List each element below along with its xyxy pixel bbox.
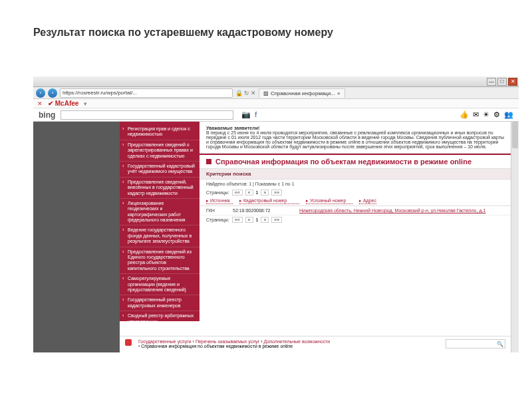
bc-link[interactable]: Государственные услуги — [138, 339, 192, 344]
facebook-icon[interactable]: f — [255, 110, 257, 119]
cell-source: ГКН — [206, 208, 226, 213]
cell-cadnum: 52:18:0020088:72 — [233, 208, 293, 213]
sidebar-item[interactable]: Предоставление сведений из Единого госуд… — [120, 247, 200, 275]
notice-text: В период с 25 июня по 4 июля проводятся … — [206, 130, 504, 149]
col-addr[interactable]: ▸ Адрес — [359, 198, 376, 204]
address-bar: ‹ › https://rosreestr.ru/wps/portal/... … — [33, 87, 519, 99]
section-header: Справочная информация по объектам недвиж… — [200, 154, 511, 168]
col-cadnum[interactable]: ▸ Кадастровый номер — [239, 198, 299, 204]
like-icon[interactable]: 👍 — [460, 110, 469, 119]
sidebar-item[interactable]: Саморегулируемые организации (ведение и … — [120, 274, 200, 295]
window-titlebar: — □ ✕ — [33, 76, 519, 87]
browser-tab[interactable]: ▧ Справочная информаци... × — [259, 88, 345, 98]
main-content: Уважаемые заявители! В период с 25 июня … — [200, 122, 511, 321]
refresh-icon[interactable]: ↻ — [244, 90, 249, 96]
col-source[interactable]: ▸ Источник — [206, 198, 233, 204]
pager-next[interactable]: » — [261, 217, 269, 223]
pager-current: 1 — [256, 217, 259, 222]
vertical-scrollbar[interactable] — [511, 122, 519, 352]
gear-icon[interactable]: ⚙ — [493, 110, 500, 119]
pager-prev[interactable]: « — [245, 217, 253, 223]
mcafee-toolbar: ✕ ✔ McAfee ▾ — [33, 99, 519, 108]
bing-logo: bing — [39, 110, 55, 120]
sidebar-item[interactable]: Государственный кадастровый учёт недвижи… — [120, 162, 200, 178]
forward-button[interactable]: › — [48, 88, 57, 98]
tab-close-icon[interactable]: × — [337, 90, 340, 96]
bc-link[interactable]: Перечень оказываемых услуг — [196, 339, 259, 344]
mail-icon[interactable]: ✉ — [473, 110, 479, 119]
pager-top: Страницы: «« « 1 » »» — [200, 188, 511, 197]
browser-screenshot: — □ ✕ ‹ › https://rosreestr.ru/wps/porta… — [33, 76, 519, 352]
notice-box: Уважаемые заявители! В период с 25 июня … — [200, 122, 511, 154]
pager-last[interactable]: »» — [271, 190, 282, 196]
sidebar-item[interactable]: Лицензирование геодезических и картограф… — [120, 199, 200, 226]
criteria-bar[interactable]: Критерии поиска — [200, 168, 511, 180]
cell-address[interactable]: Нижегородская область, Нижний Новгород, … — [299, 208, 504, 213]
toolbar-close-icon[interactable]: ✕ — [37, 100, 43, 107]
breadcrumb-search[interactable] — [446, 339, 505, 348]
tab-title: Справочная информаци... — [271, 90, 335, 96]
result-count: Найдено объектов: 1 | Показаны с 1 по 1 — [200, 180, 511, 188]
bing-toolbar: bing 📷 f 👍 ✉ ☀ ⚙ 👥 — [33, 108, 519, 122]
service-icon — [125, 339, 132, 346]
col-cond[interactable]: ▸ Условный номер — [306, 198, 352, 204]
sidebar-item[interactable]: Сводный реестр арбитражных управляющих — [120, 311, 200, 327]
services-sidebar: Регистрация прав и сделок с недвижимость… — [120, 122, 200, 321]
left-gutter — [33, 122, 120, 352]
back-button[interactable]: ‹ — [36, 88, 45, 98]
close-button[interactable]: ✕ — [508, 78, 517, 86]
pager-current: 1 — [256, 190, 259, 195]
mcafee-logo: ✔ McAfee — [48, 100, 78, 107]
minimize-button[interactable]: — — [487, 78, 496, 86]
bc-current: Справочная информация по объектам недвиж… — [141, 344, 293, 348]
sidebar-item[interactable]: Регистрация прав и сделок с недвижимость… — [120, 124, 200, 140]
pager-label: Страницы: — [206, 190, 229, 195]
favicon-icon: ▧ — [263, 90, 269, 96]
notice-greeting: Уважаемые заявители! — [206, 126, 259, 130]
slide-title: Результат поиска по устаревшему кадастро… — [0, 0, 532, 52]
pager-next[interactable]: » — [261, 190, 269, 196]
people-icon[interactable]: 👥 — [504, 110, 513, 119]
chevron-down-icon[interactable]: ▾ — [84, 100, 87, 107]
pager-first[interactable]: «« — [232, 217, 243, 223]
pager-prev[interactable]: « — [245, 190, 253, 196]
pager-label: Страницы: — [206, 217, 229, 222]
breadcrumb: Государственные услуги › Перечень оказыв… — [120, 336, 511, 351]
maximize-button[interactable]: □ — [497, 78, 507, 86]
bing-search-input[interactable] — [61, 110, 233, 120]
pager-first[interactable]: «« — [232, 190, 243, 196]
sidebar-item[interactable]: Государственный реестр кадастровых инжен… — [120, 295, 200, 311]
lock-icon: 🔒 — [235, 90, 243, 96]
pager-bottom: Страницы: «« « 1 » »» — [200, 215, 511, 224]
stop-icon[interactable]: ✕ — [251, 90, 256, 96]
table-header: ▸ Источник ▸ Кадастровый номер ▸ Условны… — [200, 197, 511, 206]
sidebar-item[interactable]: Предоставление сведений о зарегистрирова… — [120, 140, 200, 162]
url-field[interactable]: https://rosreestr.ru/wps/portal/... — [60, 88, 233, 98]
bc-link[interactable]: Дополнительные возможности — [264, 339, 331, 344]
camera-icon[interactable]: 📷 — [241, 110, 251, 119]
table-row: ГКН 52:18:0020088:72 Нижегородская облас… — [200, 206, 511, 215]
url-icons: 🔒 ↻ ✕ — [235, 90, 256, 96]
sidebar-item[interactable]: Ведение государственного фонда данных, п… — [120, 225, 200, 247]
sidebar-item[interactable]: Предоставление сведений, внесённых в гос… — [120, 178, 200, 199]
breadcrumb-links: Государственные услуги › Перечень оказыв… — [138, 339, 330, 348]
pager-last[interactable]: »» — [271, 217, 282, 223]
weather-icon[interactable]: ☀ — [483, 110, 489, 119]
